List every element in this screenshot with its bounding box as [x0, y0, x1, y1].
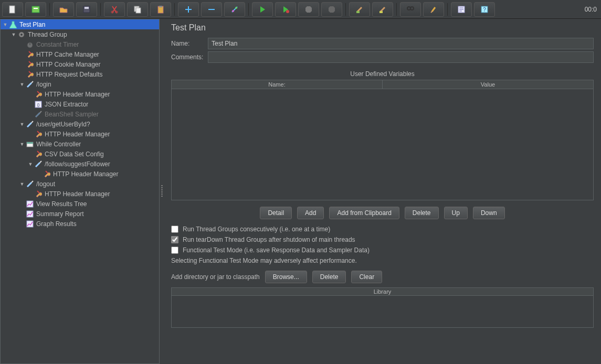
- start-no-timers-button[interactable]: [275, 2, 296, 17]
- tree-node[interactable]: HTTP Cookie Manager: [1, 59, 159, 69]
- delete-button[interactable]: Delete: [405, 207, 439, 219]
- tree-node[interactable]: HTTP Header Manager: [1, 169, 159, 179]
- add-from-clipboard-button[interactable]: Add from Clipboard: [329, 207, 399, 219]
- tree-node[interactable]: Constant Timer: [1, 39, 159, 49]
- sampler-icon: [34, 110, 43, 119]
- comments-input[interactable]: [208, 51, 594, 63]
- tree-node[interactable]: HTTP Header Manager: [1, 189, 159, 199]
- panel-title: Test Plan: [171, 23, 594, 33]
- toggle-button[interactable]: [224, 2, 245, 17]
- svg-rect-10: [159, 6, 162, 7]
- main-toolbar: ? 00:0: [0, 0, 601, 19]
- browse-button[interactable]: Browse...: [265, 271, 307, 283]
- start-button[interactable]: [252, 2, 273, 17]
- tree-toggle-icon[interactable]: ▼: [19, 82, 25, 87]
- tree-node[interactable]: ▼While Controller: [1, 139, 159, 149]
- name-label: Name:: [171, 40, 208, 47]
- copy-button[interactable]: [127, 2, 148, 17]
- tree-node[interactable]: CSV Data Set Config: [1, 149, 159, 159]
- functional-checkbox[interactable]: [171, 247, 178, 254]
- tree-node[interactable]: ▼/logout: [1, 179, 159, 189]
- open-button[interactable]: [53, 2, 74, 17]
- up-button[interactable]: Up: [444, 207, 468, 219]
- svg-rect-0: [9, 6, 15, 13]
- tree-toggle-icon[interactable]: ▼: [28, 162, 33, 167]
- shutdown-button[interactable]: [321, 2, 342, 17]
- library-table[interactable]: Library: [171, 287, 594, 328]
- wrench-icon: [34, 90, 43, 99]
- tree-toggle-icon: [28, 152, 33, 157]
- teardown-label: Run tearDown Thread Groups after shutdow…: [183, 236, 355, 243]
- clear-all-button[interactable]: [372, 2, 393, 17]
- splitter[interactable]: [160, 19, 164, 364]
- classpath-delete-button[interactable]: Delete: [312, 271, 346, 283]
- new-button[interactable]: [2, 2, 23, 17]
- user-vars-title: User Defined Variables: [171, 70, 594, 78]
- help-button[interactable]: ?: [474, 2, 495, 17]
- name-input[interactable]: [208, 38, 594, 49]
- tree-toggle-icon: [19, 221, 25, 227]
- tree-node[interactable]: ▼/login: [1, 79, 159, 89]
- svg-point-11: [232, 10, 234, 12]
- tree-toggle-icon[interactable]: ▼: [19, 142, 25, 147]
- tree-node[interactable]: ▼Test Plan: [1, 19, 159, 29]
- cut-button[interactable]: [104, 2, 125, 17]
- function-helper-button[interactable]: [451, 2, 472, 17]
- tree-node-label: Test Plan: [19, 21, 45, 28]
- tree-toggle-icon[interactable]: ▼: [3, 22, 8, 27]
- chart-icon: [26, 210, 34, 218]
- tree-node[interactable]: HTTP Header Manager: [1, 89, 159, 99]
- user-vars-table[interactable]: Name: Value: [171, 80, 594, 200]
- tree-toggle-icon: [19, 201, 25, 207]
- consecutive-checkbox[interactable]: [171, 226, 178, 233]
- save-button[interactable]: [76, 2, 97, 17]
- teardown-checkbox[interactable]: [171, 236, 178, 243]
- tree-node-label: HTTP Header Manager: [45, 131, 110, 138]
- svg-rect-1: [32, 6, 39, 13]
- library-header: Library: [172, 288, 593, 296]
- tree-node-label: Constant Timer: [36, 41, 79, 48]
- wrench-icon: [26, 50, 34, 59]
- sampler-icon: [34, 160, 43, 168]
- comments-label: Comments:: [171, 53, 208, 61]
- clear-button[interactable]: Clear: [351, 271, 382, 283]
- sampler-icon: [26, 180, 34, 188]
- tree-node-label: /logout: [36, 180, 55, 188]
- add-button[interactable]: Add: [297, 207, 324, 219]
- tree-node[interactable]: ▼Thread Group: [1, 29, 159, 39]
- clear-button[interactable]: [349, 2, 370, 17]
- tree-node[interactable]: View Results Tree: [1, 199, 159, 209]
- tree-node[interactable]: ▼/follow/suggestFollower: [1, 159, 159, 169]
- tree-node[interactable]: BeanShell Sampler: [1, 109, 159, 119]
- tree-node[interactable]: HTTP Request Defaults: [1, 69, 159, 79]
- tree-node[interactable]: HTTP Cache Manager: [1, 49, 159, 59]
- tree-node-label: While Controller: [36, 141, 81, 148]
- wrench-icon: [34, 130, 43, 138]
- down-button[interactable]: Down: [473, 207, 505, 219]
- search-button[interactable]: [400, 2, 421, 17]
- tree-node[interactable]: {}JSON Extractor: [1, 99, 159, 109]
- reset-search-button[interactable]: [423, 2, 444, 17]
- tree-node-label: JSON Extractor: [45, 101, 88, 108]
- stop-button[interactable]: [298, 2, 319, 17]
- templates-button[interactable]: [25, 2, 46, 17]
- expand-button[interactable]: [178, 2, 199, 17]
- tree-toggle-icon[interactable]: ▼: [19, 181, 25, 187]
- flask-icon: [9, 20, 17, 29]
- test-plan-tree[interactable]: ▼Test Plan▼Thread GroupConstant TimerHTT…: [0, 19, 160, 364]
- json-icon: {}: [34, 100, 43, 109]
- detail-button[interactable]: Detail: [260, 207, 292, 219]
- test-plan-panel: Test Plan Name: Comments: User Defined V…: [164, 19, 601, 364]
- paste-button[interactable]: [150, 2, 171, 17]
- svg-point-12: [235, 7, 237, 9]
- svg-point-19: [410, 7, 414, 10]
- tree-node[interactable]: Graph Results: [1, 219, 159, 229]
- elapsed-time: 00:0: [582, 6, 600, 13]
- tree-toggle-icon[interactable]: ▼: [19, 122, 25, 127]
- svg-point-13: [286, 10, 289, 13]
- collapse-button[interactable]: [201, 2, 222, 17]
- tree-node[interactable]: HTTP Header Manager: [1, 129, 159, 139]
- tree-toggle-icon[interactable]: ▼: [11, 32, 16, 37]
- tree-node[interactable]: Summary Report: [1, 209, 159, 219]
- tree-node[interactable]: ▼/user/getUserById?: [1, 119, 159, 129]
